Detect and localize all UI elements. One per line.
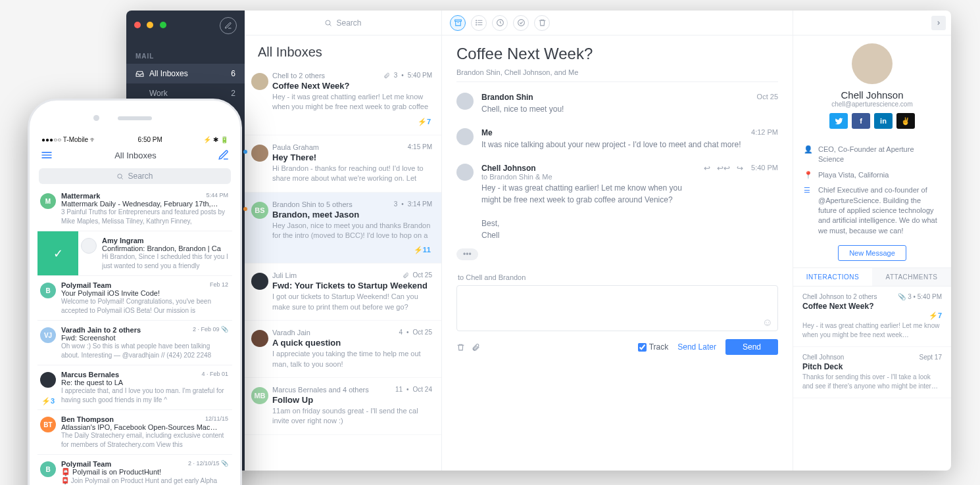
thread-list: Search All Inboxes 3•5:40 PMChell to 2 o… (245, 11, 442, 471)
close-window-icon[interactable] (134, 22, 141, 28)
window-controls (126, 11, 245, 41)
message-time: Oct 25 (757, 93, 778, 115)
svg-point-13 (118, 173, 122, 177)
tab-interactions[interactable]: INTERACTIONS (793, 268, 872, 286)
track-checkbox[interactable]: Track (638, 342, 669, 352)
thread-preview: Hey - it was great chatting earlier! Let… (272, 92, 431, 112)
thread-subject: Follow Up (272, 395, 431, 405)
mark-done-button[interactable] (513, 15, 529, 31)
svg-point-7 (476, 24, 476, 25)
svg-point-9 (518, 20, 524, 26)
contact-avatar (852, 43, 893, 84)
new-message-button[interactable]: New Message (838, 245, 906, 261)
avatar (251, 273, 268, 290)
delete-button[interactable] (534, 15, 550, 31)
search-input[interactable]: Search (245, 11, 441, 35)
reply-icon[interactable]: ↩ (704, 164, 710, 241)
avatar: BT (40, 417, 56, 432)
avatar (81, 238, 97, 254)
list-button[interactable] (471, 15, 487, 31)
expand-button[interactable] (931, 16, 946, 30)
svg-point-5 (476, 20, 476, 21)
avatar: B (40, 283, 56, 298)
send-later-button[interactable]: Send Later (677, 342, 716, 352)
thread-item[interactable]: 3•5:40 PMChell to 2 othersCoffee Next We… (245, 64, 441, 135)
bolt-icon: ⚡7 (929, 312, 942, 320)
compose-icon[interactable] (218, 149, 230, 161)
thread-item[interactable]: 4•Oct 25Varadh JainA quick questionI app… (245, 321, 441, 378)
reply-all-icon[interactable]: ↩↩ (717, 164, 730, 241)
phone-thread-item[interactable]: M5:44 PMMattermarkMattermark Daily - Wed… (37, 187, 232, 231)
search-icon (116, 173, 124, 180)
check-icon: ✓ (37, 231, 78, 275)
thread-meta: 3•3:14 PM (394, 200, 432, 208)
phone-thread-item[interactable]: VJ2 · Feb 09 📎Varadh Jain to 2 othersFwd… (37, 321, 232, 365)
composer: to Chell and Brandon ☺ Track Send Later … (456, 269, 778, 355)
message-body: Hey - it was great chatting earlier! Let… (481, 182, 696, 241)
sidebar-item-count: 6 (231, 69, 235, 78)
conversation-participants: Brandon Shin, Chell Johnson, and Me (456, 63, 778, 82)
thread-meta: 3•5:40 PM (383, 72, 432, 79)
send-button[interactable]: Send (725, 339, 778, 355)
facebook-icon[interactable]: f (852, 113, 870, 129)
thread-item[interactable]: MB11•Oct 24Marcus Bernales and 4 othersF… (245, 378, 441, 435)
contact-bio: ☰Chief Executive and co-founder of @Aper… (793, 183, 951, 239)
conversation-toolbar (442, 11, 793, 35)
twitter-icon[interactable] (829, 113, 848, 129)
hamburger-icon[interactable] (40, 149, 53, 162)
phone-statusbar: ●●●○○ T-Mobile ᯤ 6:50 PM ⚡ ✱ 🔋 (37, 135, 232, 145)
thread-meta: 4:15 PM (408, 143, 432, 150)
contact-email: chell@aperturescience.com (801, 101, 943, 108)
more-menu-button[interactable]: ••• (456, 248, 478, 260)
archive-button[interactable] (450, 15, 466, 31)
minimize-window-icon[interactable] (147, 22, 153, 28)
phone-thread-item[interactable]: 4 · Feb 01Marcus BernalesRe: the quest t… (37, 365, 232, 410)
phone-thread-item[interactable]: B2 · 12/10/15 📎Polymail Team📮 Polymail i… (37, 455, 232, 485)
interaction-item[interactable]: 📎 3 • 5:40 PMChell Johnson to 2 othersCo… (793, 287, 951, 347)
bolt-icon: ⚡11 (414, 246, 431, 254)
thread-preview: I got our tickets to Startup Weekend! Ca… (272, 292, 431, 312)
maximize-window-icon[interactable] (160, 22, 166, 28)
attachment-icon[interactable] (472, 343, 480, 352)
person-icon: 👤 (804, 145, 813, 165)
thread-item[interactable]: Oct 25Juli LimFwd: Your Tickets to Start… (245, 264, 441, 321)
snooze-button[interactable] (492, 15, 508, 31)
phone-search-input[interactable]: Search (39, 168, 231, 184)
thread-item[interactable]: 4:15 PMPaula GrahamHey There!Hi Brandon … (245, 135, 441, 193)
thread-subject: Coffee Next Week? (272, 81, 431, 91)
message: MeIt was nice talking about your new pro… (442, 122, 793, 157)
desktop-app-window: MAIL All Inboxes 6 Work 2 4 Search All I… (126, 11, 951, 471)
phone-thread-item[interactable]: BFeb 12Polymail TeamYour Polymail iOS In… (37, 276, 232, 321)
thread-item[interactable]: BS3•3:14 PMBrandon Shin to 5 othersBrand… (245, 193, 441, 264)
svg-point-6 (476, 22, 476, 23)
message-body: It was nice talking about your new proje… (481, 139, 743, 150)
bio-icon: ☰ (804, 185, 813, 236)
thread-subject: Brandon, meet Jason (272, 210, 431, 219)
avatar (456, 128, 474, 145)
linkedin-icon[interactable]: in (874, 113, 893, 129)
search-icon (324, 19, 332, 27)
thread-preview: Hey Jason, nice to meet you and thanks B… (272, 221, 431, 241)
avatar: MB (251, 387, 268, 404)
trash-icon[interactable] (456, 343, 465, 352)
sidebar-item-all-inboxes[interactable]: All Inboxes 6 (126, 64, 245, 83)
svg-point-0 (326, 20, 330, 25)
compose-body[interactable] (456, 285, 778, 331)
sidebar-item-count: 2 (231, 89, 235, 98)
contact-role: 👤CEO, Co-Founder at Aperture Science (793, 142, 951, 168)
phone-thread-item[interactable]: BT12/11/15Ben ThompsonAtlassian's IPO, F… (37, 410, 232, 455)
phone-thread-item[interactable]: ✓Amy IngramConfirmation: Brandon, Brando… (37, 231, 232, 276)
compose-button[interactable] (220, 17, 237, 34)
thread-subject: Hey There! (272, 152, 431, 162)
emoji-icon[interactable]: ☺ (762, 317, 773, 329)
avatar (40, 372, 56, 388)
interaction-item[interactable]: Sept 17Chell JohnsonPitch DeckThanks for… (793, 347, 951, 398)
message-body: Chell, nice to meet you! (481, 103, 749, 115)
compose-to[interactable]: to Chell and Brandon (456, 269, 778, 285)
avatar (251, 73, 268, 90)
thread-subject: A quick question (272, 338, 431, 348)
tab-attachments[interactable]: ATTACHMENTS (872, 268, 951, 286)
angellist-icon[interactable]: ✌ (896, 113, 915, 129)
avatar (251, 145, 268, 162)
forward-icon[interactable]: ↪ (737, 164, 743, 241)
